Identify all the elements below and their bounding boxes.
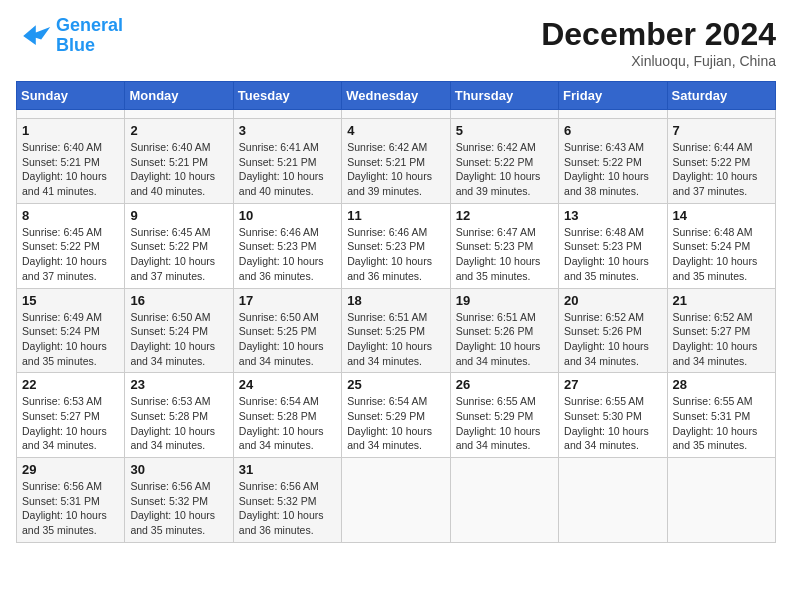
day-info: Sunrise: 6:52 AM Sunset: 5:26 PM Dayligh… bbox=[564, 310, 661, 369]
day-info: Sunrise: 6:48 AM Sunset: 5:23 PM Dayligh… bbox=[564, 225, 661, 284]
calendar-cell: 21Sunrise: 6:52 AM Sunset: 5:27 PM Dayli… bbox=[667, 288, 775, 373]
day-info: Sunrise: 6:49 AM Sunset: 5:24 PM Dayligh… bbox=[22, 310, 119, 369]
calendar-cell: 8Sunrise: 6:45 AM Sunset: 5:22 PM Daylig… bbox=[17, 203, 125, 288]
day-info: Sunrise: 6:55 AM Sunset: 5:30 PM Dayligh… bbox=[564, 394, 661, 453]
header-tuesday: Tuesday bbox=[233, 82, 341, 110]
calendar-cell: 30Sunrise: 6:56 AM Sunset: 5:32 PM Dayli… bbox=[125, 458, 233, 543]
day-info: Sunrise: 6:45 AM Sunset: 5:22 PM Dayligh… bbox=[130, 225, 227, 284]
calendar-cell bbox=[17, 110, 125, 119]
day-info: Sunrise: 6:46 AM Sunset: 5:23 PM Dayligh… bbox=[239, 225, 336, 284]
day-info: Sunrise: 6:56 AM Sunset: 5:31 PM Dayligh… bbox=[22, 479, 119, 538]
calendar-cell: 4Sunrise: 6:42 AM Sunset: 5:21 PM Daylig… bbox=[342, 119, 450, 204]
header-monday: Monday bbox=[125, 82, 233, 110]
logo: General Blue bbox=[16, 16, 123, 56]
day-info: Sunrise: 6:56 AM Sunset: 5:32 PM Dayligh… bbox=[239, 479, 336, 538]
header-thursday: Thursday bbox=[450, 82, 558, 110]
day-info: Sunrise: 6:51 AM Sunset: 5:25 PM Dayligh… bbox=[347, 310, 444, 369]
calendar-cell: 24Sunrise: 6:54 AM Sunset: 5:28 PM Dayli… bbox=[233, 373, 341, 458]
calendar-cell: 1Sunrise: 6:40 AM Sunset: 5:21 PM Daylig… bbox=[17, 119, 125, 204]
day-info: Sunrise: 6:54 AM Sunset: 5:28 PM Dayligh… bbox=[239, 394, 336, 453]
calendar-cell: 7Sunrise: 6:44 AM Sunset: 5:22 PM Daylig… bbox=[667, 119, 775, 204]
calendar-cell: 3Sunrise: 6:41 AM Sunset: 5:21 PM Daylig… bbox=[233, 119, 341, 204]
calendar-cell: 5Sunrise: 6:42 AM Sunset: 5:22 PM Daylig… bbox=[450, 119, 558, 204]
day-info: Sunrise: 6:55 AM Sunset: 5:29 PM Dayligh… bbox=[456, 394, 553, 453]
day-info: Sunrise: 6:52 AM Sunset: 5:27 PM Dayligh… bbox=[673, 310, 770, 369]
day-info: Sunrise: 6:50 AM Sunset: 5:25 PM Dayligh… bbox=[239, 310, 336, 369]
day-number: 3 bbox=[239, 123, 336, 138]
day-number: 30 bbox=[130, 462, 227, 477]
logo-line1: General bbox=[56, 15, 123, 35]
calendar-cell: 31Sunrise: 6:56 AM Sunset: 5:32 PM Dayli… bbox=[233, 458, 341, 543]
day-number: 21 bbox=[673, 293, 770, 308]
day-info: Sunrise: 6:40 AM Sunset: 5:21 PM Dayligh… bbox=[130, 140, 227, 199]
day-number: 27 bbox=[564, 377, 661, 392]
week-row-2: 8Sunrise: 6:45 AM Sunset: 5:22 PM Daylig… bbox=[17, 203, 776, 288]
day-number: 13 bbox=[564, 208, 661, 223]
calendar-cell bbox=[233, 110, 341, 119]
day-info: Sunrise: 6:51 AM Sunset: 5:26 PM Dayligh… bbox=[456, 310, 553, 369]
calendar-cell: 29Sunrise: 6:56 AM Sunset: 5:31 PM Dayli… bbox=[17, 458, 125, 543]
day-info: Sunrise: 6:53 AM Sunset: 5:28 PM Dayligh… bbox=[130, 394, 227, 453]
calendar-cell: 11Sunrise: 6:46 AM Sunset: 5:23 PM Dayli… bbox=[342, 203, 450, 288]
logo-line2: Blue bbox=[56, 35, 95, 55]
calendar: SundayMondayTuesdayWednesdayThursdayFrid… bbox=[16, 81, 776, 543]
day-number: 8 bbox=[22, 208, 119, 223]
month-title: December 2024 bbox=[541, 16, 776, 53]
day-number: 26 bbox=[456, 377, 553, 392]
day-number: 18 bbox=[347, 293, 444, 308]
title-block: December 2024 Xinluoqu, Fujian, China bbox=[541, 16, 776, 69]
calendar-cell: 9Sunrise: 6:45 AM Sunset: 5:22 PM Daylig… bbox=[125, 203, 233, 288]
day-info: Sunrise: 6:44 AM Sunset: 5:22 PM Dayligh… bbox=[673, 140, 770, 199]
calendar-cell: 23Sunrise: 6:53 AM Sunset: 5:28 PM Dayli… bbox=[125, 373, 233, 458]
day-info: Sunrise: 6:40 AM Sunset: 5:21 PM Dayligh… bbox=[22, 140, 119, 199]
day-number: 14 bbox=[673, 208, 770, 223]
calendar-cell bbox=[559, 110, 667, 119]
day-info: Sunrise: 6:56 AM Sunset: 5:32 PM Dayligh… bbox=[130, 479, 227, 538]
calendar-cell: 10Sunrise: 6:46 AM Sunset: 5:23 PM Dayli… bbox=[233, 203, 341, 288]
location: Xinluoqu, Fujian, China bbox=[541, 53, 776, 69]
week-row-3: 15Sunrise: 6:49 AM Sunset: 5:24 PM Dayli… bbox=[17, 288, 776, 373]
header-wednesday: Wednesday bbox=[342, 82, 450, 110]
calendar-cell bbox=[450, 110, 558, 119]
day-number: 16 bbox=[130, 293, 227, 308]
day-info: Sunrise: 6:42 AM Sunset: 5:22 PM Dayligh… bbox=[456, 140, 553, 199]
calendar-cell bbox=[450, 458, 558, 543]
day-number: 10 bbox=[239, 208, 336, 223]
calendar-cell: 20Sunrise: 6:52 AM Sunset: 5:26 PM Dayli… bbox=[559, 288, 667, 373]
calendar-cell bbox=[342, 458, 450, 543]
day-number: 7 bbox=[673, 123, 770, 138]
day-number: 4 bbox=[347, 123, 444, 138]
day-number: 6 bbox=[564, 123, 661, 138]
day-info: Sunrise: 6:46 AM Sunset: 5:23 PM Dayligh… bbox=[347, 225, 444, 284]
day-number: 2 bbox=[130, 123, 227, 138]
calendar-cell bbox=[667, 458, 775, 543]
calendar-cell: 22Sunrise: 6:53 AM Sunset: 5:27 PM Dayli… bbox=[17, 373, 125, 458]
day-number: 20 bbox=[564, 293, 661, 308]
calendar-cell: 26Sunrise: 6:55 AM Sunset: 5:29 PM Dayli… bbox=[450, 373, 558, 458]
calendar-cell bbox=[559, 458, 667, 543]
day-info: Sunrise: 6:48 AM Sunset: 5:24 PM Dayligh… bbox=[673, 225, 770, 284]
calendar-cell bbox=[667, 110, 775, 119]
svg-marker-0 bbox=[23, 25, 50, 45]
day-number: 23 bbox=[130, 377, 227, 392]
day-number: 1 bbox=[22, 123, 119, 138]
day-info: Sunrise: 6:50 AM Sunset: 5:24 PM Dayligh… bbox=[130, 310, 227, 369]
day-info: Sunrise: 6:45 AM Sunset: 5:22 PM Dayligh… bbox=[22, 225, 119, 284]
calendar-cell: 13Sunrise: 6:48 AM Sunset: 5:23 PM Dayli… bbox=[559, 203, 667, 288]
week-row-4: 22Sunrise: 6:53 AM Sunset: 5:27 PM Dayli… bbox=[17, 373, 776, 458]
day-number: 12 bbox=[456, 208, 553, 223]
day-info: Sunrise: 6:53 AM Sunset: 5:27 PM Dayligh… bbox=[22, 394, 119, 453]
week-row-1: 1Sunrise: 6:40 AM Sunset: 5:21 PM Daylig… bbox=[17, 119, 776, 204]
day-number: 15 bbox=[22, 293, 119, 308]
day-number: 29 bbox=[22, 462, 119, 477]
calendar-cell bbox=[342, 110, 450, 119]
logo-icon bbox=[16, 18, 52, 54]
calendar-cell: 25Sunrise: 6:54 AM Sunset: 5:29 PM Dayli… bbox=[342, 373, 450, 458]
day-number: 5 bbox=[456, 123, 553, 138]
day-info: Sunrise: 6:41 AM Sunset: 5:21 PM Dayligh… bbox=[239, 140, 336, 199]
day-number: 25 bbox=[347, 377, 444, 392]
calendar-cell bbox=[125, 110, 233, 119]
calendar-cell: 18Sunrise: 6:51 AM Sunset: 5:25 PM Dayli… bbox=[342, 288, 450, 373]
day-number: 24 bbox=[239, 377, 336, 392]
calendar-cell: 2Sunrise: 6:40 AM Sunset: 5:21 PM Daylig… bbox=[125, 119, 233, 204]
